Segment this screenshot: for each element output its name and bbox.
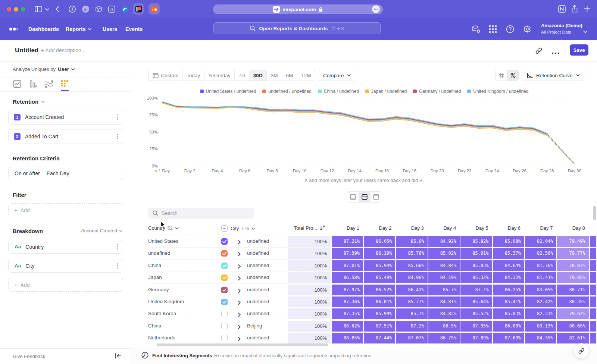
cell-day-value[interactable]: 86.01% bbox=[364, 296, 395, 307]
cell-day-value[interactable]: 87.51% bbox=[364, 321, 395, 332]
add-breakdown-button[interactable]: +Add bbox=[8, 278, 123, 292]
cell-day-value[interactable]: 85.08% bbox=[493, 236, 524, 247]
date-range-12m[interactable]: 12M bbox=[297, 70, 315, 81]
view-table-only-button[interactable] bbox=[370, 192, 382, 202]
account-switcher[interactable]: Amazonia {Demo} All Project Data bbox=[541, 23, 582, 35]
cell-day-value[interactable]: 81.41% bbox=[525, 272, 556, 283]
breakdown-card-country[interactable]: Aa Country bbox=[8, 240, 123, 254]
cell-day-value[interactable]: 87.36% bbox=[332, 296, 363, 307]
column-header-day[interactable]: Day 2 bbox=[364, 225, 395, 231]
cell-day-value[interactable]: 85.41% bbox=[493, 296, 524, 307]
cell-day-value[interactable]: 82.04% bbox=[525, 236, 556, 247]
cell-day-value[interactable]: 87.2% bbox=[396, 321, 427, 332]
description-placeholder[interactable]: + Add description... bbox=[41, 47, 85, 53]
cell-day-value[interactable]: 79.05% bbox=[557, 272, 588, 283]
cell-day-value[interactable]: 79.62% bbox=[557, 308, 588, 319]
cell-day-value[interactable]: 87.35% bbox=[332, 308, 363, 319]
help-icon[interactable] bbox=[506, 25, 514, 35]
cell-day-value[interactable]: 85.66% bbox=[396, 260, 427, 271]
row-checkbox-unchecked[interactable] bbox=[221, 323, 228, 329]
expand-row-icon[interactable] bbox=[238, 299, 241, 306]
global-search-input[interactable]: Open Reports & Dashboards ⌘ + K bbox=[213, 22, 381, 34]
cell-day-value[interactable]: 86.58% bbox=[332, 272, 363, 283]
cell-day-value[interactable]: 85.52% bbox=[460, 308, 492, 319]
new-tab-icon[interactable] bbox=[584, 6, 590, 12]
column-header-day[interactable]: Day 6 bbox=[493, 225, 524, 231]
row-checkbox-checked[interactable] bbox=[221, 238, 228, 245]
unit-percent-button[interactable] bbox=[507, 70, 519, 81]
expand-row-icon[interactable] bbox=[238, 324, 241, 330]
cell-day-value[interactable]: 84.92% bbox=[428, 236, 460, 247]
row-checkbox-checked[interactable] bbox=[221, 274, 228, 281]
cell-day-value[interactable]: 85.99% bbox=[364, 308, 395, 319]
expand-row-icon[interactable] bbox=[238, 263, 241, 270]
cell-city[interactable]: undefined bbox=[247, 335, 269, 341]
date-range-today[interactable]: Today bbox=[182, 70, 204, 81]
cell-day-value[interactable]: 86.75% bbox=[428, 333, 460, 343]
column-header-city[interactable]: City 176 bbox=[221, 225, 255, 232]
cell-day-value[interactable]: 85.37% bbox=[493, 248, 524, 259]
traffic-light-zoom[interactable] bbox=[21, 7, 25, 12]
find-interesting-segments-button[interactable]: Find Interesting Segments bbox=[152, 353, 212, 358]
cell-day-value[interactable]: 85.82% bbox=[460, 236, 492, 247]
nav-reports[interactable]: Reports bbox=[66, 26, 91, 32]
event-card-account-created[interactable]: 1 Account Created bbox=[8, 110, 123, 125]
cell-country[interactable]: undefined bbox=[148, 250, 170, 256]
url-bar[interactable]: mixpanel.com bbox=[213, 4, 383, 14]
cell-day-value[interactable]: 85.49% bbox=[364, 272, 395, 283]
criteria-condition[interactable]: On or After bbox=[15, 170, 40, 176]
cell-day-value[interactable]: 84.19% bbox=[428, 272, 460, 283]
event-label[interactable]: Added To Cart bbox=[25, 134, 58, 139]
account-chevron-icon[interactable] bbox=[583, 28, 587, 35]
onepassword-extension-icon[interactable]: 1 bbox=[69, 6, 76, 13]
tab-flows[interactable] bbox=[45, 80, 53, 88]
cell-city[interactable]: undefined bbox=[247, 263, 269, 268]
cell-day-value[interactable]: 84.64% bbox=[493, 260, 524, 271]
legend-item[interactable]: Japan / undefined bbox=[365, 89, 407, 94]
row-checkbox-checked[interactable] bbox=[221, 287, 228, 293]
legend-item[interactable]: United States / undefined bbox=[200, 89, 256, 94]
horizontal-scrollbar[interactable] bbox=[157, 343, 328, 346]
unit-absolute-button[interactable] bbox=[496, 70, 507, 81]
cell-country[interactable]: United Kingdom bbox=[148, 299, 184, 304]
sort-descending-icon[interactable] bbox=[319, 225, 325, 230]
soundcloud-extension-icon[interactable] bbox=[149, 3, 160, 15]
cell-day-value[interactable]: 87.21% bbox=[332, 236, 363, 247]
column-header-day[interactable]: Day 4 bbox=[428, 225, 460, 231]
cell-day-value[interactable]: 86.25% bbox=[493, 285, 524, 295]
retention-section-heading[interactable]: Retention bbox=[13, 98, 45, 105]
kebab-menu-icon[interactable] bbox=[117, 244, 118, 250]
save-button[interactable]: Save bbox=[570, 44, 588, 56]
analyze-value[interactable]: User bbox=[58, 66, 69, 72]
cell-day-value[interactable]: 87.89% bbox=[460, 333, 492, 343]
cell-day-value[interactable]: 85.32% bbox=[460, 272, 492, 283]
patreon-extension-icon[interactable] bbox=[133, 3, 144, 15]
tab-insights[interactable] bbox=[13, 80, 21, 88]
nav-dashboards[interactable]: Dashboards bbox=[28, 26, 59, 32]
add-filter-button[interactable]: +Add bbox=[8, 203, 123, 217]
cell-day-value[interactable]: 87.35% bbox=[460, 321, 492, 332]
vertical-scrollbar[interactable] bbox=[593, 206, 596, 220]
date-range-custom[interactable]: Custom bbox=[149, 70, 182, 81]
copy-link-icon[interactable] bbox=[535, 47, 543, 56]
cell-day-value[interactable]: 86.52% bbox=[364, 285, 395, 295]
event-label[interactable]: Account Created bbox=[25, 114, 64, 120]
cell-day-value[interactable]: 85.03% bbox=[493, 308, 524, 319]
cell-day-value[interactable]: 86.05% bbox=[364, 236, 395, 247]
expand-row-icon[interactable] bbox=[238, 251, 241, 258]
page-title[interactable]: Untitled bbox=[15, 47, 38, 54]
cell-day-value[interactable]: 86.5% bbox=[428, 321, 460, 332]
cell-day-value[interactable]: 84.81% bbox=[428, 296, 460, 307]
column-header-total[interactable]: Total Pro... bbox=[273, 225, 317, 231]
notion-window-icon[interactable] bbox=[558, 5, 566, 13]
tab-retention[interactable] bbox=[61, 80, 69, 88]
row-checkbox-checked[interactable] bbox=[221, 299, 228, 305]
more-actions-icon[interactable] bbox=[551, 49, 560, 56]
cell-city[interactable]: undefined bbox=[247, 299, 269, 304]
expand-row-icon[interactable] bbox=[238, 275, 241, 282]
share-icon[interactable] bbox=[571, 5, 578, 13]
chart-type-selector[interactable]: Retention Curve bbox=[522, 70, 585, 81]
cell-day-value[interactable]: 85.6% bbox=[396, 236, 427, 247]
row-checkbox-unchecked[interactable] bbox=[221, 311, 228, 317]
cell-day-value[interactable]: 83.13% bbox=[525, 321, 556, 332]
